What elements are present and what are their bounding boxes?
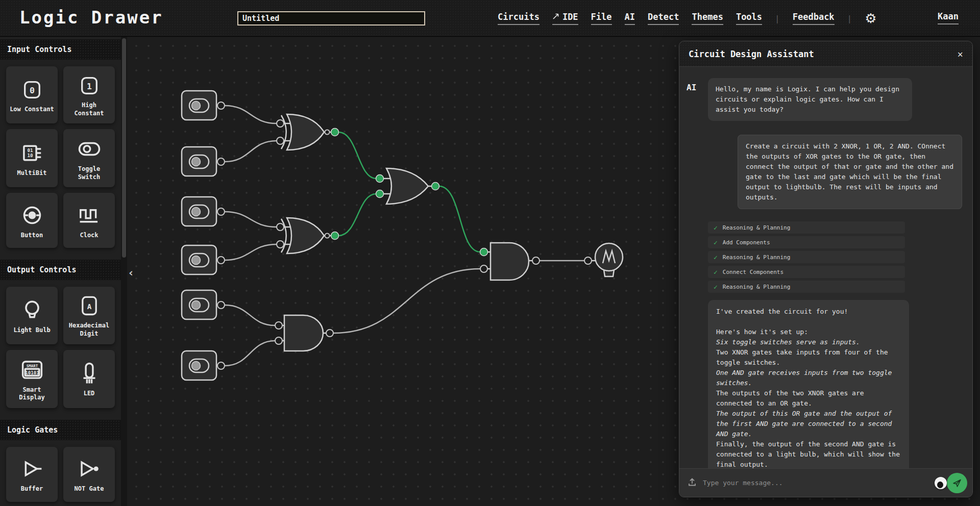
nav-item-tools[interactable]: Tools xyxy=(736,12,762,25)
nav-item-circuits[interactable]: Circuits xyxy=(498,12,540,25)
palette-item-clock[interactable]: Clock xyxy=(63,193,115,248)
palette-item-button[interactable]: Button xyxy=(6,193,58,248)
sidebar-collapse-icon[interactable]: ‹ xyxy=(128,264,136,281)
nav-separator: | xyxy=(847,14,852,23)
nav-separator: | xyxy=(775,14,780,23)
toggle-switch-component[interactable] xyxy=(182,147,225,176)
toggle-switch-component[interactable] xyxy=(182,290,225,319)
agent-step-label: Reasoning & Planning xyxy=(723,224,790,231)
user-message-bubble: Create a circuit with 2 XNOR, 1 OR, 2 AN… xyxy=(738,135,962,209)
nav-item-ide[interactable]: IDE xyxy=(552,12,578,25)
palette-item-label: LED xyxy=(84,390,95,398)
palette-item-multibit[interactable]: 0110 MultiBit xyxy=(6,129,58,187)
wire-toggle6-and1 xyxy=(225,341,275,366)
nav-item-detect[interactable]: Detect xyxy=(648,12,679,25)
toggle-switch-icon xyxy=(78,137,101,161)
result-line: The outputs of the two XNOR gates are co… xyxy=(716,388,901,409)
check-icon: ✓ xyxy=(714,239,718,246)
send-button[interactable] xyxy=(947,473,967,493)
agent-step: ✓ Connect Components xyxy=(708,266,905,278)
toggle-switch-component[interactable] xyxy=(182,245,225,274)
led-icon xyxy=(78,362,101,385)
wire-and1-and2 xyxy=(333,269,480,333)
result-line: Two XNOR gates take inputs from four of … xyxy=(716,347,901,368)
clock-icon xyxy=(78,204,101,227)
palette-item-hexadecimal-digit[interactable]: A Hexadecimal Digit xyxy=(63,287,115,344)
wire-xnor1-or1 xyxy=(338,132,376,179)
svg-text:A: A xyxy=(87,302,91,311)
paper-plane-icon xyxy=(952,478,962,488)
palette-item-buffer[interactable]: Buffer xyxy=(6,447,58,502)
wire-toggle3-xnor2 xyxy=(225,212,277,227)
wire-toggle1-xnor1 xyxy=(225,106,277,123)
chat-message-list: AI Hello, my name is Logix. I can help y… xyxy=(679,67,972,468)
palette-item-smart-display[interactable]: SMART10101 Smart Display xyxy=(6,350,58,408)
agent-step-label: Connect Components xyxy=(723,269,783,275)
light-bulb-component[interactable] xyxy=(584,243,623,276)
toggle-switch-component[interactable] xyxy=(182,91,225,120)
palette-item-light-bulb[interactable]: Light Bulb xyxy=(6,287,58,344)
toggle-switch-component[interactable] xyxy=(182,197,225,226)
settings-gear-icon[interactable]: ⚙ xyxy=(865,12,876,25)
svg-text:10101: 10101 xyxy=(25,369,39,375)
logic-gates-grid: Buffer NOT Gate xyxy=(0,440,121,506)
toggle-switch-component[interactable] xyxy=(182,351,225,380)
nav-item-file[interactable]: File xyxy=(591,12,612,25)
palette-item-led[interactable]: LED xyxy=(63,350,115,408)
not-gate-icon xyxy=(78,457,101,480)
palette-item-label: Button xyxy=(21,232,43,240)
user-account-link[interactable]: Kaan xyxy=(938,11,959,24)
hexadecimal-digit-icon: A xyxy=(78,295,101,317)
result-line: Finally, the output of the second AND ga… xyxy=(716,439,901,468)
palette-item-label: MultiBit xyxy=(17,169,47,178)
agent-step-label: Reasoning & Planning xyxy=(723,254,790,261)
ai-result-bubble: I've created the circuit for you! Here's… xyxy=(708,300,909,468)
agent-step: ✓ Add Components xyxy=(708,236,905,248)
palette-item-low-constant[interactable]: 0 Low Constant xyxy=(6,66,58,123)
palette-item-high-constant[interactable]: 1 High Constant xyxy=(63,66,115,123)
xnor-gate-component[interactable] xyxy=(277,218,339,254)
chat-message-input[interactable] xyxy=(703,479,928,487)
output-controls-grid: Light Bulb A Hexadecimal Digit SMART1010… xyxy=(0,280,121,416)
voice-orb-dot xyxy=(937,482,943,488)
result-line: I've created the circuit for you! xyxy=(716,307,901,317)
palette-item-label: Buffer xyxy=(21,485,43,493)
svg-text:1: 1 xyxy=(87,82,92,91)
result-line: The output of this OR gate and the outpu… xyxy=(716,409,901,439)
ai-greeting-bubble: Hello, my name is Logix. I can help you … xyxy=(708,78,912,121)
palette-item-label: Clock xyxy=(80,232,98,240)
nav-links: Circuits IDE File AI Detect Themes Tools… xyxy=(498,0,877,37)
section-header-input-controls: Input Controls xyxy=(0,39,121,60)
nav-item-themes[interactable]: Themes xyxy=(692,12,723,25)
sidebar-scrollbar-thumb[interactable] xyxy=(122,38,126,258)
circuit-title-input[interactable] xyxy=(237,11,425,26)
close-icon[interactable]: × xyxy=(958,48,963,60)
user-message-row: Create a circuit with 2 XNOR, 1 OR, 2 AN… xyxy=(687,135,962,209)
svg-text:SMART: SMART xyxy=(26,363,38,368)
check-icon: ✓ xyxy=(714,283,718,291)
agent-steps-list: ✓ Reasoning & Planning ✓ Add Components … xyxy=(708,221,905,293)
palette-item-label: Hexadecimal Digit xyxy=(66,322,112,338)
voice-orb-icon[interactable] xyxy=(935,477,947,489)
agent-step-label: Reasoning & Planning xyxy=(723,284,790,290)
or-gate-component[interactable] xyxy=(376,168,439,204)
palette-item-label: NOT Gate xyxy=(75,485,104,493)
palette-item-not-gate[interactable]: NOT Gate xyxy=(63,447,115,502)
and-gate-component[interactable] xyxy=(480,243,540,280)
svg-text:0: 0 xyxy=(30,85,35,95)
xnor-gate-component[interactable] xyxy=(277,114,339,150)
upload-icon[interactable] xyxy=(688,477,697,489)
sidebar-scrollbar[interactable] xyxy=(121,37,127,506)
section-header-output-controls: Output Controls xyxy=(0,260,121,280)
palette-item-label: Light Bulb xyxy=(13,326,50,335)
ai-avatar: AI xyxy=(687,78,702,121)
agent-step: ✓ Reasoning & Planning xyxy=(708,281,905,293)
circuit-design-assistant-panel: Circuit Design Assistant × AI Hello, my … xyxy=(679,41,973,497)
nav-item-feedback[interactable]: Feedback xyxy=(793,12,835,25)
and-gate-component[interactable] xyxy=(275,315,333,351)
palette-item-label: Toggle Switch xyxy=(66,165,112,181)
chat-header: Circuit Design Assistant × xyxy=(679,41,972,67)
nav-item-ai[interactable]: AI xyxy=(625,12,635,25)
check-icon: ✓ xyxy=(714,224,718,232)
palette-item-toggle-switch[interactable]: Toggle Switch xyxy=(63,129,115,187)
